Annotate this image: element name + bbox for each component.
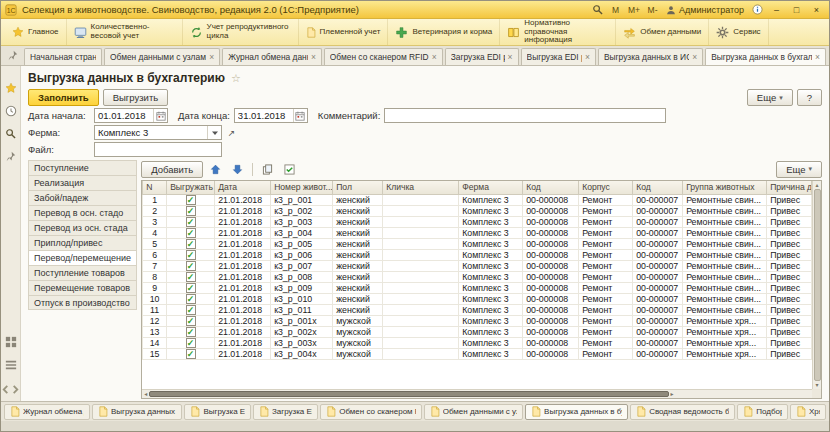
cell-n[interactable]: 13 xyxy=(143,326,167,337)
cell-number[interactable]: к3_р_002 xyxy=(271,205,333,216)
cell-reason[interactable]: Привес xyxy=(767,271,812,282)
cell-building[interactable]: Ремонт xyxy=(579,293,633,304)
cell-farm[interactable]: Комплекс 3 xyxy=(459,348,523,359)
date-start-input[interactable] xyxy=(95,109,153,122)
cell-sex[interactable]: мужской xyxy=(333,348,383,359)
cell-date[interactable]: 21.01.2018 xyxy=(215,315,271,326)
table-row[interactable]: 10✓21.01.2018к3_р_010женскийКомплекс 300… xyxy=(143,293,812,304)
cell-building[interactable]: Ремонт xyxy=(579,238,633,249)
cell-building-code[interactable]: 00-000007 xyxy=(633,293,683,304)
row-export-checkbox[interactable]: ✓ xyxy=(186,250,196,260)
row-export-checkbox[interactable]: ✓ xyxy=(186,228,196,238)
cell-number[interactable]: к3_р_005 xyxy=(271,238,333,249)
taskbar-item-7[interactable]: Сводная ведомость бонитировки xyxy=(630,404,735,420)
date-end-calendar-icon[interactable] xyxy=(293,109,307,122)
cell-sex[interactable]: женский xyxy=(333,216,383,227)
cell-farm-code[interactable]: 00-000008 xyxy=(523,260,579,271)
comment-input[interactable] xyxy=(385,109,665,122)
cell-export[interactable]: ✓ xyxy=(167,238,215,249)
farm-open-button[interactable]: ↗ xyxy=(224,125,239,140)
cell-building[interactable]: Ремонт xyxy=(579,227,633,238)
cell-date[interactable]: 21.01.2018 xyxy=(215,326,271,337)
cell-building[interactable]: Ремонт xyxy=(579,282,633,293)
cell-farm[interactable]: Комплекс 3 xyxy=(459,260,523,271)
side-tab-0[interactable]: Поступление xyxy=(28,160,137,175)
cell-nickname[interactable] xyxy=(383,260,459,271)
cell-n[interactable]: 10 xyxy=(143,293,167,304)
cell-number[interactable]: к3_р_006 xyxy=(271,249,333,260)
side-tab-9[interactable]: Отпуск в производство xyxy=(28,295,137,310)
cell-number[interactable]: к3_р_010 xyxy=(271,293,333,304)
cell-export[interactable]: ✓ xyxy=(167,337,215,348)
horizontal-scroll-thumb[interactable] xyxy=(149,391,668,397)
cell-building-code[interactable]: 00-000007 xyxy=(633,337,683,348)
cell-reason[interactable]: Привес xyxy=(767,216,812,227)
set-marks-button[interactable] xyxy=(280,161,299,178)
cell-sex[interactable]: женский xyxy=(333,271,383,282)
cell-export[interactable]: ✓ xyxy=(167,227,215,238)
favorite-star-icon[interactable]: ☆ xyxy=(231,72,241,85)
column-header-8[interactable]: Корпус xyxy=(579,181,633,194)
cell-n[interactable]: 8 xyxy=(143,271,167,282)
cell-reason[interactable]: Привес xyxy=(767,315,812,326)
cell-building[interactable]: Ремонт xyxy=(579,348,633,359)
farm-dropdown-icon[interactable] xyxy=(207,126,221,139)
cell-building-code[interactable]: 00-000007 xyxy=(633,348,683,359)
cell-group[interactable]: Ремонтные свин... xyxy=(683,271,767,282)
cell-farm-code[interactable]: 00-000008 xyxy=(523,315,579,326)
history-button[interactable] xyxy=(3,103,19,118)
cell-export[interactable]: ✓ xyxy=(167,205,215,216)
file-input[interactable] xyxy=(95,143,221,156)
cell-building[interactable]: Ремонт xyxy=(579,249,633,260)
cell-building-code[interactable]: 00-000007 xyxy=(633,227,683,238)
row-export-checkbox[interactable]: ✓ xyxy=(186,206,196,216)
cell-reason[interactable]: Привес xyxy=(767,260,812,271)
cell-date[interactable]: 21.01.2018 xyxy=(215,348,271,359)
row-export-checkbox[interactable]: ✓ xyxy=(186,261,196,271)
scroll-left-icon[interactable]: ◂ xyxy=(144,391,147,397)
table-row[interactable]: 8✓21.01.2018к3_р_008женскийКомплекс 300-… xyxy=(143,271,812,282)
search-button[interactable] xyxy=(3,126,19,141)
table-more-button[interactable]: Еще ▾ xyxy=(776,161,822,178)
date-start-calendar-icon[interactable] xyxy=(153,109,167,122)
cell-number[interactable]: к3_р_009 xyxy=(271,282,333,293)
cell-n[interactable]: 7 xyxy=(143,260,167,271)
column-header-11[interactable]: Причина дв... xyxy=(767,181,812,194)
cell-building-code[interactable]: 00-000007 xyxy=(633,282,683,293)
cell-nickname[interactable] xyxy=(383,304,459,315)
cell-farm-code[interactable]: 00-000008 xyxy=(523,238,579,249)
cell-farm[interactable]: Комплекс 3 xyxy=(459,326,523,337)
cell-number[interactable]: к3_р_004 xyxy=(271,227,333,238)
cell-farm-code[interactable]: 00-000008 xyxy=(523,304,579,315)
column-header-1[interactable]: Выгружать xyxy=(167,181,215,194)
cell-building-code[interactable]: 00-000007 xyxy=(633,315,683,326)
side-tab-3[interactable]: Перевод в осн. стадо xyxy=(28,205,137,220)
cell-group[interactable]: Ремонтные свин... xyxy=(683,293,767,304)
cell-farm-code[interactable]: 00-000008 xyxy=(523,205,579,216)
table-row[interactable]: 7✓21.01.2018к3_р_007женскийКомплекс 300-… xyxy=(143,260,812,271)
cell-farm-code[interactable]: 00-000008 xyxy=(523,194,579,205)
column-header-6[interactable]: Ферма xyxy=(459,181,523,194)
tab-close-icon[interactable]: × xyxy=(311,52,316,62)
vertical-scroll-thumb[interactable] xyxy=(814,189,821,381)
taskbar-item-1[interactable]: Выгрузка данных в ИСНСС xyxy=(92,404,183,420)
pin-button[interactable] xyxy=(3,149,19,164)
cell-nickname[interactable] xyxy=(383,238,459,249)
cell-date[interactable]: 21.01.2018 xyxy=(215,282,271,293)
farm-input[interactable] xyxy=(95,126,207,139)
calc-m-minus-button[interactable]: М- xyxy=(645,3,660,17)
cell-building[interactable]: Ремонт xyxy=(579,260,633,271)
cell-group[interactable]: Ремонтные хря... xyxy=(683,315,767,326)
table-row[interactable]: 1✓21.01.2018к3_р_001женскийКомплекс 300-… xyxy=(143,194,812,205)
cell-export[interactable]: ✓ xyxy=(167,315,215,326)
cell-farm-code[interactable]: 00-000008 xyxy=(523,337,579,348)
cell-farm[interactable]: Комплекс 3 xyxy=(459,293,523,304)
cell-date[interactable]: 21.01.2018 xyxy=(215,216,271,227)
maximize-button[interactable]: □ xyxy=(788,3,805,17)
cell-building[interactable]: Ремонт xyxy=(579,304,633,315)
cell-export[interactable]: ✓ xyxy=(167,271,215,282)
cell-reason[interactable]: Привес xyxy=(767,293,812,304)
cell-farm-code[interactable]: 00-000008 xyxy=(523,271,579,282)
scroll-up-icon[interactable]: ▴ xyxy=(815,182,818,188)
row-export-checkbox[interactable]: ✓ xyxy=(186,338,196,348)
